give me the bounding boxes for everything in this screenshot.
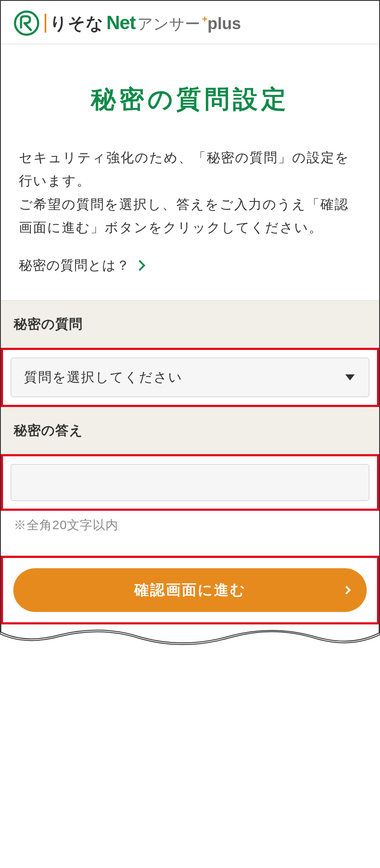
- help-link[interactable]: 秘密の質問とは？: [1, 256, 379, 300]
- answer-input[interactable]: [11, 464, 369, 501]
- help-link-label: 秘密の質問とは？: [19, 256, 130, 274]
- torn-edge-decoration: [0, 624, 380, 650]
- question-select[interactable]: 質問を選択してください: [11, 358, 369, 397]
- chevron-right-icon: [342, 586, 351, 594]
- question-select-wrap: 質問を選択してください: [11, 358, 369, 397]
- logo-divider: [45, 14, 46, 33]
- question-highlight: 質問を選択してください: [1, 348, 379, 407]
- submit-highlight: 確認画面に進む: [1, 556, 379, 624]
- logo-risona: りそな: [50, 12, 104, 35]
- content: 秘密の質問設定 セキュリティ強化のため、「秘密の質問」の設定を行います。 ご希望…: [1, 44, 379, 624]
- resona-logo-icon: [14, 10, 39, 36]
- intro-text: セキュリティ強化のため、「秘密の質問」の設定を行います。 ご希望の質問を選択し、…: [1, 146, 379, 256]
- answer-highlight: [1, 454, 379, 511]
- answer-label: 秘密の答え: [1, 407, 379, 454]
- question-field: 質問を選択してください: [1, 348, 379, 407]
- answer-field: ※全角20文字以内: [1, 454, 379, 551]
- logo-plus: plus: [208, 15, 241, 33]
- chevron-right-icon: [134, 260, 145, 271]
- submit-label: 確認画面に進む: [134, 580, 246, 600]
- logo-text: りそな Net アンサー + plus: [44, 12, 241, 35]
- header: りそな Net アンサー + plus: [1, 1, 379, 44]
- app-frame: りそな Net アンサー + plus 秘密の質問設定 セキュリティ強化のため、…: [0, 0, 380, 624]
- plus-icon: +: [202, 14, 208, 25]
- answer-hint: ※全角20文字以内: [1, 511, 379, 551]
- logo-net: Net: [106, 12, 136, 33]
- submit-section: 確認画面に進む: [1, 556, 379, 624]
- page-title: 秘密の質問設定: [1, 44, 379, 146]
- logo-answer: アンサー: [137, 14, 200, 35]
- intro-line-1: セキュリティ強化のため、「秘密の質問」の設定を行います。: [19, 146, 361, 193]
- question-label: 秘密の質問: [1, 301, 379, 348]
- intro-line-2: ご希望の質問を選択し、答えをご入力のうえ「確認画面に進む」ボタンをクリックしてく…: [19, 193, 361, 240]
- submit-button[interactable]: 確認画面に進む: [13, 568, 367, 612]
